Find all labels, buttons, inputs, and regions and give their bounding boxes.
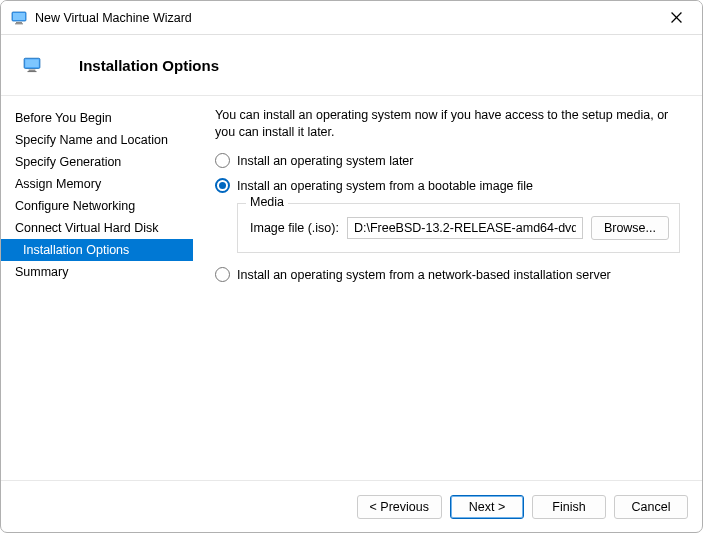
previous-button[interactable]: < Previous	[357, 495, 442, 519]
svg-rect-7	[25, 59, 39, 67]
nav-specify-generation[interactable]: Specify Generation	[1, 151, 193, 173]
nav-connect-vhd[interactable]: Connect Virtual Hard Disk	[1, 217, 193, 239]
close-button[interactable]	[654, 1, 698, 34]
page-title: Installation Options	[79, 57, 219, 74]
radio-install-later[interactable]	[215, 153, 230, 168]
wizard-window: New Virtual Machine Wizard Installation …	[0, 0, 703, 533]
nav-specify-name-location[interactable]: Specify Name and Location	[1, 129, 193, 151]
image-file-label: Image file (.iso):	[250, 221, 339, 235]
intro-text: You can install an operating system now …	[215, 107, 680, 141]
nav-assign-memory[interactable]: Assign Memory	[1, 173, 193, 195]
radio-install-network-label: Install an operating system from a netwo…	[237, 268, 611, 282]
wizard-sidebar: Before You Begin Specify Name and Locati…	[1, 96, 193, 480]
radio-install-image-label: Install an operating system from a boota…	[237, 179, 533, 193]
media-group: Media Image file (.iso): Browse...	[237, 203, 680, 253]
nav-installation-options[interactable]: Installation Options	[1, 239, 193, 261]
next-button[interactable]: Next >	[450, 495, 524, 519]
close-icon	[671, 12, 682, 23]
cancel-button[interactable]: Cancel	[614, 495, 688, 519]
option-install-network[interactable]: Install an operating system from a netwo…	[215, 267, 680, 282]
nav-configure-networking[interactable]: Configure Networking	[1, 195, 193, 217]
browse-button[interactable]: Browse...	[591, 216, 669, 240]
nav-before-you-begin[interactable]: Before You Begin	[1, 107, 193, 129]
image-file-input[interactable]	[347, 217, 583, 239]
svg-rect-3	[15, 23, 23, 24]
radio-install-later-label: Install an operating system later	[237, 154, 413, 168]
title-bar: New Virtual Machine Wizard	[1, 1, 702, 35]
nav-summary[interactable]: Summary	[1, 261, 193, 283]
option-install-image[interactable]: Install an operating system from a boota…	[215, 178, 680, 193]
radio-install-image[interactable]	[215, 178, 230, 193]
wizard-body: Before You Begin Specify Name and Locati…	[1, 95, 702, 480]
window-title: New Virtual Machine Wizard	[35, 11, 654, 25]
app-icon	[11, 10, 27, 26]
svg-rect-8	[29, 70, 36, 72]
wizard-footer: < Previous Next > Finish Cancel	[1, 480, 702, 532]
svg-rect-9	[28, 71, 37, 72]
image-file-row: Image file (.iso): Browse...	[250, 216, 669, 240]
header-icon	[23, 56, 41, 74]
svg-rect-1	[13, 13, 25, 20]
option-install-later[interactable]: Install an operating system later	[215, 153, 680, 168]
finish-button[interactable]: Finish	[532, 495, 606, 519]
svg-rect-2	[16, 22, 22, 23]
wizard-header: Installation Options	[1, 35, 702, 95]
wizard-content: You can install an operating system now …	[193, 96, 702, 480]
radio-install-network[interactable]	[215, 267, 230, 282]
media-group-legend: Media	[246, 195, 288, 209]
